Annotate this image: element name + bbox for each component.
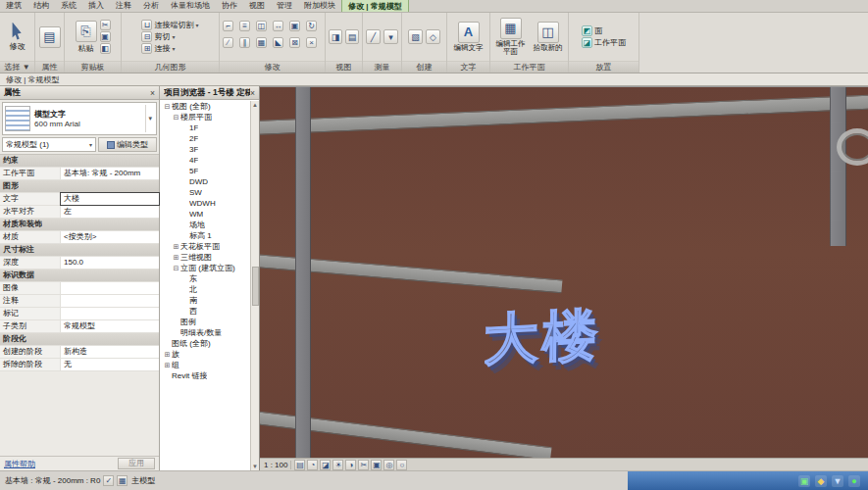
view-control-icon[interactable]: ✂	[358, 460, 369, 470]
scroll-down-icon[interactable]: ▼	[252, 464, 258, 469]
view-control-icon[interactable]: ◔	[307, 460, 318, 470]
view-scale[interactable]: 1 : 100	[264, 461, 291, 469]
pick-new-workplane-button[interactable]: ◫ 拾取新的	[531, 22, 565, 52]
geometry-tool[interactable]: ⊟ 剪切 ▾	[141, 31, 198, 42]
view-control-icon[interactable]: ▤	[294, 460, 305, 470]
ribbon-tab[interactable]: 分析	[137, 0, 165, 12]
view-control-icon[interactable]: ◎	[383, 460, 394, 470]
browser-tree-item[interactable]: Revit 链接	[160, 370, 250, 381]
property-value[interactable]: 新构造	[61, 346, 159, 358]
clipboard-tool-icon[interactable]: ◧	[100, 43, 111, 54]
modify-button[interactable]: 修改	[10, 23, 26, 52]
geometry-tool[interactable]: ⊔ 连接端切割 ▾	[141, 20, 198, 30]
ribbon-tab[interactable]: 注释	[110, 0, 137, 12]
browser-tree-item[interactable]: 场地	[160, 220, 250, 230]
modify-tool-icon[interactable]: ↻	[306, 21, 317, 31]
view-control-icon[interactable]: ○	[396, 460, 407, 470]
property-value[interactable]: <按类别>	[61, 231, 159, 243]
browser-tree-item[interactable]: SW	[160, 187, 250, 198]
ribbon-tab[interactable]: 结构	[27, 0, 55, 12]
clipboard-tool-icon[interactable]: ✂	[100, 20, 111, 30]
browser-tree-item[interactable]: ⊞ 三维视图	[160, 252, 250, 263]
panel-label-placement[interactable]: 放置	[569, 61, 638, 73]
clipboard-tool-icon[interactable]: ▣	[100, 31, 111, 42]
panel-label-modify[interactable]: 修改	[220, 61, 325, 73]
view-control-icon[interactable]: ◑	[345, 460, 356, 470]
browser-tree-item[interactable]: ⊟ 楼层平面	[160, 112, 250, 122]
modify-tool-icon[interactable]: ◣	[273, 37, 283, 48]
close-icon[interactable]: ×	[250, 88, 255, 98]
ribbon-tab[interactable]: 视图	[243, 0, 271, 12]
panel-label-select[interactable]: 选择 ▼	[0, 61, 34, 73]
browser-tree-item[interactable]: 东	[160, 273, 250, 284]
property-row[interactable]: 标识数据	[0, 270, 159, 282]
modify-tool-icon[interactable]: ×	[306, 37, 317, 48]
property-row[interactable]: 子类别 常规模型	[0, 320, 159, 333]
placement-option[interactable]: ◪ 工作平面	[582, 37, 626, 48]
status-check-icon[interactable]: ✓	[103, 475, 114, 486]
browser-tree-item[interactable]: 南	[160, 295, 250, 306]
property-row[interactable]: 材质 <按类别>	[0, 231, 159, 244]
modify-tool-icon[interactable]: ◫	[256, 21, 267, 31]
property-row[interactable]: 注释	[0, 295, 159, 308]
browser-tree-item[interactable]: WDWH	[160, 198, 250, 209]
close-icon[interactable]: ×	[150, 88, 155, 98]
property-row[interactable]: 尺寸标注	[0, 244, 159, 257]
status-workset-icon[interactable]: ▦	[117, 475, 128, 486]
modify-tool-icon[interactable]: ∕	[223, 37, 233, 48]
property-value[interactable]	[61, 308, 159, 319]
panel-label-view[interactable]: 视图	[326, 61, 362, 73]
modify-tool-icon[interactable]: ⌐	[223, 21, 233, 31]
browser-tree-item[interactable]: 标高 1	[160, 230, 250, 241]
browser-tree-item[interactable]: 北	[160, 284, 250, 295]
ribbon-tab[interactable]: 协作	[216, 0, 243, 12]
status-indicator-icon[interactable]: ●	[848, 475, 860, 487]
property-row[interactable]: 阶段化	[0, 333, 159, 346]
element-filter-dropdown[interactable]: 常规模型 (1) ▾	[2, 137, 96, 152]
property-value[interactable]: 基本墙: 常规 - 200mm	[61, 168, 159, 179]
browser-tree-item[interactable]: ⊞ 组	[160, 360, 250, 370]
tree-expander-icon[interactable]: ⊟	[163, 101, 172, 112]
scroll-up-icon[interactable]: ▲	[252, 102, 258, 108]
geometry-tool[interactable]: ⊞ 连接 ▾	[141, 43, 198, 54]
properties-icon[interactable]: ▤	[39, 26, 61, 48]
panel-label-measure[interactable]: 测量	[363, 61, 401, 73]
property-value[interactable]: 无	[61, 359, 159, 370]
ribbon-tab[interactable]: 插入	[82, 0, 110, 12]
property-row[interactable]: 图形	[0, 180, 159, 193]
browser-tree-item[interactable]: ⊞ 天花板平面	[160, 241, 250, 252]
property-row[interactable]: 拆除的阶段 无	[0, 359, 159, 371]
property-row[interactable]: 文字 大楼	[0, 193, 159, 206]
property-value[interactable]: 常规模型	[61, 320, 159, 332]
panel-label-create[interactable]: 创建	[402, 61, 446, 73]
create-tool-icon[interactable]: ◇	[426, 29, 440, 44]
wall-column-right[interactable]	[830, 87, 846, 246]
panel-label-text[interactable]: 文字	[447, 61, 489, 73]
tree-expander-icon[interactable]: ⊞	[163, 360, 172, 370]
browser-tree-item[interactable]: ⊞ 族	[160, 349, 250, 360]
measure-tool-icon[interactable]: ╱	[366, 29, 381, 44]
panel-label-properties[interactable]: 属性	[35, 61, 64, 73]
panel-label-geometry[interactable]: 几何图形	[122, 61, 219, 73]
view-tool-icon[interactable]: ▤	[345, 29, 359, 44]
ribbon-tab[interactable]: 体量和场地	[165, 0, 216, 12]
ribbon-tab[interactable]: 附加模块	[298, 0, 341, 12]
tree-expander-icon[interactable]: ⊞	[172, 252, 180, 263]
property-row[interactable]: 创建的阶段 新构造	[0, 346, 159, 359]
browser-scrollbar[interactable]: ▲ ▼	[250, 101, 259, 470]
3d-viewport[interactable]: 大楼	[260, 86, 868, 458]
wall-beam-top[interactable]	[260, 94, 868, 135]
modify-tool-icon[interactable]: ⊠	[289, 37, 300, 48]
property-value[interactable]: 大楼	[61, 193, 159, 205]
browser-tree-item[interactable]: WM	[160, 209, 250, 220]
scrollbar-thumb[interactable]	[252, 267, 259, 306]
view-control-icon[interactable]: ◪	[320, 460, 331, 470]
browser-tree-item[interactable]: DWD	[160, 176, 250, 187]
property-value[interactable]	[61, 282, 159, 294]
edit-type-button[interactable]: 编辑类型	[98, 137, 157, 152]
property-row[interactable]: 材质和装饰	[0, 219, 159, 231]
property-row[interactable]: 约束	[0, 155, 159, 168]
ribbon-tab[interactable]: 系统	[55, 0, 82, 12]
worksharing-icon[interactable]: ▣	[798, 475, 810, 487]
tree-expander-icon[interactable]: ⊟	[172, 263, 180, 273]
